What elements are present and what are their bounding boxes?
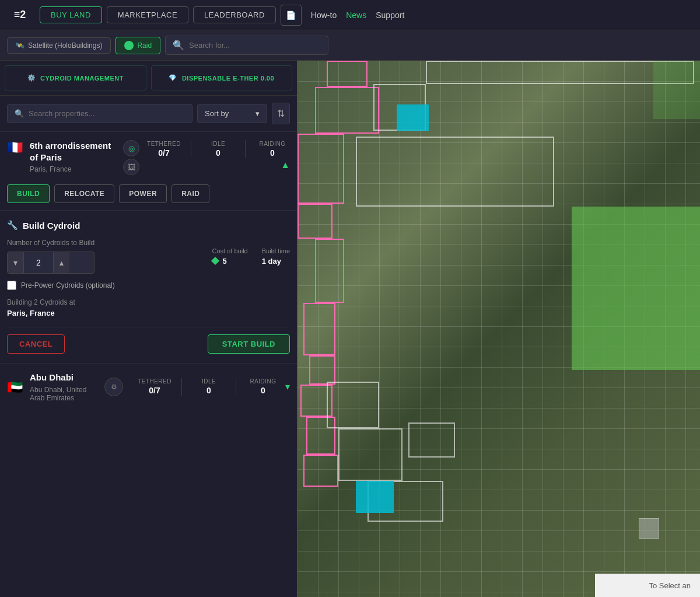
idle-label-paris: IDLE xyxy=(211,141,225,147)
cydroid-management-button[interactable]: ⚙️ CYDROID MANAGEMENT xyxy=(5,65,146,90)
property-name-abudhabi: Abu Dhabi xyxy=(30,372,97,383)
build-cydroid-label: Build Cydroid xyxy=(23,221,80,231)
how-to-link[interactable]: How-to xyxy=(311,11,337,20)
cydroid-icon-abudhabi: ⚙ xyxy=(104,378,123,396)
sort-order-button[interactable]: ⇅ xyxy=(272,103,290,124)
raiding-stat-abudhabi: RAIDING 0 xyxy=(246,378,281,395)
sort-by-label: Sort by xyxy=(205,109,229,118)
build-form-row: Number of Cydroids to Build ▾ 2 ▴ Cost o… xyxy=(7,239,290,274)
search-properties-bar[interactable]: 🔍 xyxy=(7,104,192,123)
white-region-2 xyxy=(356,137,554,207)
satellite-icon: 🛰️ xyxy=(16,41,24,50)
nav-links: How-to News Support xyxy=(311,11,404,20)
build-time-label: Build time xyxy=(262,247,290,254)
idle-stat-paris: IDLE 0 xyxy=(201,141,236,158)
sort-by-dropdown[interactable]: Sort by ▾ xyxy=(197,104,267,123)
expand-abudhabi-button[interactable]: ▾ xyxy=(285,381,290,392)
marketplace-button[interactable]: MARKETPLACE xyxy=(107,6,188,23)
uae-flag: 🇦🇪 xyxy=(7,381,23,394)
search-sort-row: 🔍 Sort by ▾ ⇅ xyxy=(0,96,297,132)
pre-power-label: Pre-Power Cydroids (optional) xyxy=(21,281,115,289)
decrement-button[interactable]: ▾ xyxy=(8,252,24,273)
cost-group: Cost of build 5 Build time 1 day xyxy=(212,247,290,266)
cost-number: 5 xyxy=(223,257,227,266)
building-location-value: Paris, France xyxy=(7,309,290,317)
start-build-button[interactable]: START BUILD xyxy=(208,334,290,354)
map-search-input[interactable] xyxy=(189,41,321,50)
idle-value-abudhabi: 0 xyxy=(206,386,211,395)
raiding-label-abudhabi: RAIDING xyxy=(250,378,276,385)
raiding-stat-paris: RAIDING 0 xyxy=(255,141,290,158)
dispensable-ether-button[interactable]: 💎 DISPENSABLE E-THER 0.00 xyxy=(151,65,293,90)
relocate-button[interactable]: RELOCATE xyxy=(54,184,114,203)
build-button[interactable]: BUILD xyxy=(7,184,50,203)
satellite-label: Satellite (HoloBuildings) xyxy=(28,41,102,50)
dispensable-label: DISPENSABLE E-THER 0.00 xyxy=(182,75,274,82)
tethered-stat-abudhabi: TETHERED 0/7 xyxy=(137,378,172,395)
build-time-group: Build time 1 day xyxy=(262,247,290,266)
raid-label: Raid xyxy=(137,41,152,50)
support-link[interactable]: Support xyxy=(376,11,404,20)
property-header-paris: 🇫🇷 6th arrondissement of Paris Paris, Fr… xyxy=(0,132,297,180)
stat-divider1 xyxy=(191,140,191,158)
property-info-paris: 6th arrondissement of Paris Paris, Franc… xyxy=(30,140,116,173)
green-area-right2 xyxy=(653,61,700,119)
pink-region-1 xyxy=(327,61,368,87)
idle-value-paris: 0 xyxy=(216,148,220,158)
pink-region-4 xyxy=(298,204,332,239)
white-region-7 xyxy=(408,423,455,458)
sub-navigation: 🛰️ Satellite (HoloBuildings) Raid 🔍 xyxy=(0,30,700,61)
stat-divider4 xyxy=(236,378,236,396)
increment-button[interactable]: ▴ xyxy=(53,252,69,273)
map-search-bar[interactable]: 🔍 xyxy=(165,36,328,55)
cost-label: Cost of build xyxy=(212,247,248,254)
number-input-control[interactable]: ▾ 2 ▴ xyxy=(7,252,94,274)
wrench-icon: 🔧 xyxy=(7,220,18,231)
document-icon-button[interactable]: 📄 xyxy=(281,5,302,26)
white-region-5 xyxy=(338,428,402,481)
buy-land-button[interactable]: BUY LAND xyxy=(40,6,102,23)
sort-order-icon: ⇅ xyxy=(277,108,285,119)
pink-region-10 xyxy=(303,455,338,487)
pre-power-checkbox[interactable] xyxy=(7,281,16,290)
bottom-hint-text: To Select an xyxy=(649,581,691,590)
number-form-group: Number of Cydroids to Build ▾ 2 ▴ xyxy=(7,239,94,274)
map-area[interactable]: To Select an xyxy=(298,61,700,597)
building-at-label: Building 2 Cydroids at xyxy=(7,298,290,306)
power-button[interactable]: POWER xyxy=(119,184,167,203)
search-properties-input[interactable] xyxy=(29,109,185,118)
cost-of-build-group: Cost of build 5 xyxy=(212,247,248,266)
france-flag: 🇫🇷 xyxy=(7,141,23,154)
cancel-button[interactable]: CANCEL xyxy=(7,334,65,354)
tethered-value-abudhabi: 0/7 xyxy=(149,386,160,395)
action-buttons-paris: BUILD RELOCATE POWER RAID xyxy=(0,180,297,210)
chevron-down-icon: ▾ xyxy=(256,109,260,118)
build-actions-row: CANCEL START BUILD xyxy=(7,334,290,354)
leaderboard-button[interactable]: LEADERBOARD xyxy=(193,6,276,23)
stats-abudhabi: TETHERED 0/7 IDLE 0 RAIDING 0 xyxy=(137,378,290,396)
cydroid-mgmt-label: CYDROID MANAGEMENT xyxy=(40,75,124,82)
satellite-button[interactable]: 🛰️ Satellite (HoloBuildings) xyxy=(7,37,111,54)
top-navigation: ≡2 BUY LAND MARKETPLACE LEADERBOARD 📄 Ho… xyxy=(0,0,700,30)
pink-region-2 xyxy=(315,87,379,134)
cydroid-count-input[interactable]: 2 xyxy=(24,253,53,272)
build-cydroid-section: 🔧 Build Cydroid Number of Cydroids to Bu… xyxy=(0,210,297,363)
left-panel: ⚙️ CYDROID MANAGEMENT 💎 DISPENSABLE E-TH… xyxy=(0,61,298,597)
ether-icon: 💎 xyxy=(169,74,177,82)
raiding-label-paris: RAIDING xyxy=(259,141,285,147)
raiding-value-paris: 0 xyxy=(270,148,275,158)
property-card-abudhabi: 🇦🇪 Abu Dhabi Abu Dhabi, United Arab Emir… xyxy=(0,364,297,410)
property-info-abudhabi: Abu Dhabi Abu Dhabi, United Arab Emirate… xyxy=(30,372,97,402)
panel-scroll-area[interactable]: 🇫🇷 6th arrondissement of Paris Paris, Fr… xyxy=(0,132,297,597)
search-props-icon: 🔍 xyxy=(15,109,24,118)
cydroid-icons-paris: ◎ 🖼 xyxy=(123,140,139,175)
pink-region-7 xyxy=(309,355,335,385)
raid-action-button[interactable]: RAID xyxy=(172,184,209,203)
collapse-paris-button[interactable]: ▲ xyxy=(281,160,290,170)
news-link[interactable]: News xyxy=(346,11,366,20)
pink-region-6 xyxy=(303,303,335,355)
raid-button[interactable]: Raid xyxy=(116,37,160,54)
section-divider xyxy=(7,327,290,327)
main-layout: ⚙️ CYDROID MANAGEMENT 💎 DISPENSABLE E-TH… xyxy=(0,61,700,597)
stats-paris: TETHERED 0/7 IDLE 0 RAIDING 0 xyxy=(146,140,290,158)
